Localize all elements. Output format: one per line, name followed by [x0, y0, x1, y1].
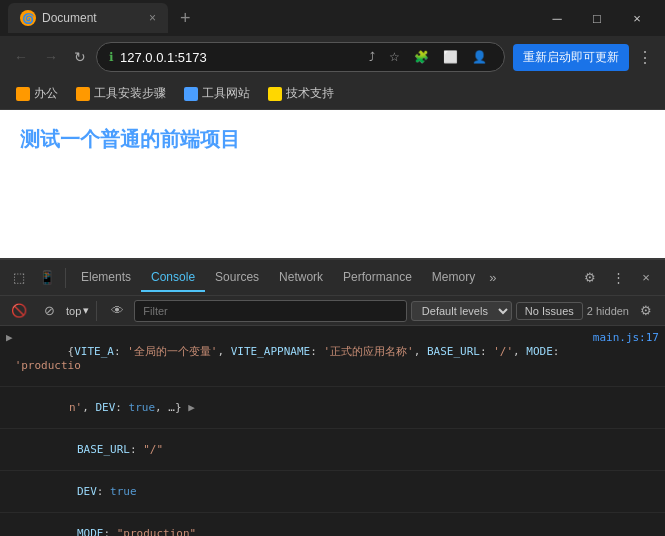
expand-arrow[interactable]: ▶	[6, 331, 13, 344]
window-controls: ─ □ ×	[537, 3, 657, 33]
tab-memory[interactable]: Memory	[422, 264, 485, 292]
devtools-tabs: Elements Console Sources Network Perform…	[71, 264, 575, 292]
toolbar-sep2	[96, 301, 97, 321]
tab-close-btn[interactable]: ×	[149, 11, 156, 25]
clear-console-button[interactable]: 🚫	[6, 298, 32, 324]
address-actions: ⤴ ☆ 🧩 ⬜ 👤	[364, 47, 492, 67]
eye-button[interactable]: 👁	[104, 298, 130, 324]
tab-favicon: 🌀	[20, 10, 36, 26]
bookmarks-bar: 办公 工具安装步骤 工具网站 技术支持	[0, 78, 665, 110]
bookmark-item-tools[interactable]: 工具安装步骤	[68, 82, 174, 105]
no-issues-badge: No Issues	[516, 302, 583, 320]
tab-title: Document	[42, 11, 143, 25]
context-selector[interactable]: top ▾	[66, 304, 89, 317]
bookmark-item-toolsite[interactable]: 工具网站	[176, 82, 258, 105]
forward-button[interactable]: →	[38, 45, 64, 69]
bookmark-icon-office	[16, 87, 30, 101]
filter-input[interactable]	[134, 300, 407, 322]
prop-base-url: BASE_URL: "/"	[0, 429, 665, 471]
prop-base-url-content: BASE_URL: "/"	[24, 430, 659, 469]
share-icon[interactable]: ⤴	[364, 47, 380, 67]
console-log-content: {VITE_A: '全局的一个变量', VITE_APPNAME: '正式的应用…	[15, 331, 579, 385]
browser-menu-button[interactable]: ⋮	[633, 44, 657, 71]
hidden-count: 2 hidden	[587, 305, 629, 317]
bookmark-icon-tools	[76, 87, 90, 101]
console-settings-button[interactable]: ⚙	[633, 298, 659, 324]
bookmark-item-office[interactable]: 办公	[8, 82, 66, 105]
avatar-icon[interactable]: 👤	[467, 47, 492, 67]
tabs-overflow-button[interactable]: »	[485, 266, 500, 289]
tab-sources[interactable]: Sources	[205, 264, 269, 292]
bookmark-item-support[interactable]: 技术支持	[260, 82, 342, 105]
lock-icon: ℹ	[109, 50, 114, 64]
tab-performance[interactable]: Performance	[333, 264, 422, 292]
active-tab[interactable]: 🌀 Document ×	[8, 3, 168, 33]
tab-network[interactable]: Network	[269, 264, 333, 292]
devtools-right-icons: ⚙ ⋮ ×	[577, 265, 659, 291]
update-button[interactable]: 重新启动即可更新	[513, 44, 629, 71]
prop-mode-content: MODE: "production"	[24, 514, 659, 536]
context-dropdown-icon: ▾	[83, 304, 89, 317]
maximize-button[interactable]: □	[577, 3, 617, 33]
bookmark-icon-toolsite	[184, 87, 198, 101]
filter-toggle-button[interactable]: ⊘	[36, 298, 62, 324]
devtools-panel: ⬚ 📱 Elements Console Sources Network Per…	[0, 258, 665, 536]
no-issues-text: No Issues	[525, 305, 574, 317]
url-text: 127.0.0.1:5173	[120, 50, 358, 65]
page-heading: 测试一个普通的前端项目	[20, 126, 645, 153]
toolbar-separator	[65, 268, 66, 288]
devtools-more-button[interactable]: ⋮	[605, 265, 631, 291]
console-output: ▶ {VITE_A: '全局的一个变量', VITE_APPNAME: '正式的…	[0, 326, 665, 536]
profile-icon[interactable]: ⬜	[438, 47, 463, 67]
devtools-close-button[interactable]: ×	[633, 265, 659, 291]
tab-elements[interactable]: Elements	[71, 264, 141, 292]
expand-indicator[interactable]: ▶	[188, 401, 195, 414]
bookmark-label-toolsite: 工具网站	[202, 85, 250, 102]
tab-console[interactable]: Console	[141, 264, 205, 292]
new-tab-button[interactable]: +	[174, 8, 197, 29]
title-bar: 🌀 Document × + ─ □ ×	[0, 0, 665, 36]
star-icon[interactable]: ☆	[384, 47, 405, 67]
prop-dev: DEV: true	[0, 471, 665, 513]
settings-button[interactable]: ⚙	[577, 265, 603, 291]
reload-button[interactable]: ↻	[68, 45, 92, 69]
bookmark-label-tools: 工具安装步骤	[94, 85, 166, 102]
address-input[interactable]: ℹ 127.0.0.1:5173 ⤴ ☆ 🧩 ⬜ 👤	[96, 42, 505, 72]
console-continued-content: n', DEV: true, …} ▶	[16, 388, 659, 427]
bookmark-label-office: 办公	[34, 85, 58, 102]
inspect-element-button[interactable]: ⬚	[6, 265, 32, 291]
prop-dev-content: DEV: true	[24, 472, 659, 511]
page-content: 测试一个普通的前端项目	[0, 110, 665, 258]
devtools-toolbar: ⬚ 📱 Elements Console Sources Network Per…	[0, 260, 665, 296]
log-levels-select[interactable]: Default levels	[411, 301, 512, 321]
device-toggle-button[interactable]: 📱	[34, 265, 60, 291]
bookmark-label-support: 技术支持	[286, 85, 334, 102]
context-label: top	[66, 305, 81, 317]
tab-area: 🌀 Document × +	[8, 3, 533, 33]
back-button[interactable]: ←	[8, 45, 34, 69]
address-bar: ← → ↻ ℹ 127.0.0.1:5173 ⤴ ☆ 🧩 ⬜ 👤 重新启动即可更…	[0, 36, 665, 78]
console-secondary-toolbar: 🚫 ⊘ top ▾ 👁 Default levels No Issues 2 h…	[0, 296, 665, 326]
prop-mode: MODE: "production"	[0, 513, 665, 536]
console-log-line: ▶ {VITE_A: '全局的一个变量', VITE_APPNAME: '正式的…	[0, 330, 665, 387]
console-continued-line: n', DEV: true, …} ▶	[0, 387, 665, 429]
close-button[interactable]: ×	[617, 3, 657, 33]
extensions-icon[interactable]: 🧩	[409, 47, 434, 67]
bookmark-icon-support	[268, 87, 282, 101]
minimize-button[interactable]: ─	[537, 3, 577, 33]
log-source-link[interactable]: main.js:17	[579, 331, 659, 344]
